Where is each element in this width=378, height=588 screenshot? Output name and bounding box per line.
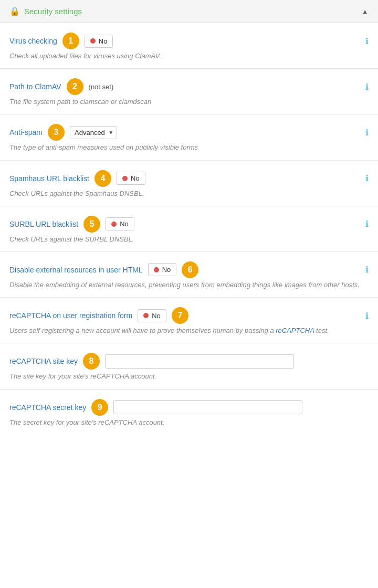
recaptcha-reg-toggle[interactable]: No	[138, 309, 166, 322]
spamhaus-toggle[interactable]: No	[117, 172, 145, 185]
recaptcha-secret-key-label: reCAPTCHA secret key	[9, 403, 86, 412]
step-badge-1: 1	[62, 33, 79, 49]
disable-external-label: Disable external resources in user HTML	[9, 266, 143, 274]
info-icon-6[interactable]: ℹ	[365, 265, 369, 275]
step-badge-8: 8	[83, 353, 100, 370]
path-clamav-label: Path to ClamAV	[9, 82, 61, 91]
info-icon-2[interactable]: ℹ	[365, 82, 369, 92]
info-icon-1[interactable]: ℹ	[365, 36, 369, 46]
anti-spam-label: Anti-spam	[9, 128, 43, 136]
recaptcha-link[interactable]: reCAPTCHA	[276, 327, 314, 334]
setting-virus-checking: Virus checking 1 No ℹ Check all uploaded…	[0, 23, 378, 69]
lock-icon: 🔒	[9, 6, 20, 16]
settings-list: Virus checking 1 No ℹ Check all uploaded…	[0, 23, 378, 435]
step-badge-4: 4	[94, 170, 111, 187]
path-clamav-description: The file system path to clamscan or clam…	[9, 97, 369, 107]
recaptcha-reg-description: Users self-registering a new account wil…	[9, 326, 369, 335]
toggle-label: No	[131, 174, 140, 182]
path-clamav-value: (not set)	[89, 83, 114, 91]
surbl-label: SURBL URL blacklist	[9, 220, 78, 228]
setting-spamhaus: Spamhaus URL blacklist 4 No ℹ Check URLs…	[0, 161, 378, 206]
toggle-dot	[90, 38, 96, 44]
step-badge-2: 2	[67, 78, 83, 95]
virus-checking-label: Virus checking	[9, 37, 57, 45]
toggle-dot	[143, 313, 149, 318]
disable-external-toggle[interactable]: No	[148, 263, 177, 276]
setting-recaptcha-site-key: reCAPTCHA site key 8 ℹ The site key for …	[0, 343, 378, 389]
step-badge-7: 7	[172, 307, 188, 324]
virus-checking-toggle[interactable]: No	[85, 35, 113, 48]
info-icon-3[interactable]: ℹ	[365, 128, 369, 138]
step-badge-3: 3	[48, 124, 65, 141]
toggle-dot	[154, 267, 159, 272]
chevron-up-icon[interactable]: ▲	[361, 7, 369, 16]
disable-external-description: Disable the embedding of external resour…	[9, 280, 369, 290]
info-icon-5[interactable]: ℹ	[365, 219, 369, 229]
setting-recaptcha-secret-key: reCAPTCHA secret key 9 ℹ The secret key …	[0, 390, 378, 435]
setting-anti-spam: Anti-spam 3 None Basic Advanced Honeypot…	[0, 114, 378, 160]
toggle-dot	[122, 176, 128, 181]
anti-spam-dropdown[interactable]: None Basic Advanced Honeypot	[70, 126, 117, 139]
security-settings-header: 🔒 Security settings ▲	[0, 0, 378, 23]
setting-path-clamav: Path to ClamAV 2 (not set) ℹ The file sy…	[0, 69, 378, 114]
page-title: Security settings	[24, 7, 82, 16]
setting-recaptcha-registration: reCAPTCHA on user registration form No 7…	[0, 298, 378, 343]
spamhaus-description: Check URLs against the Spamhaus DNSBL.	[9, 189, 369, 198]
setting-disable-external: Disable external resources in user HTML …	[0, 252, 378, 298]
spamhaus-label: Spamhaus URL blacklist	[9, 174, 89, 183]
info-icon-4[interactable]: ℹ	[365, 173, 369, 183]
surbl-description: Check URLs against the SURBL DNSBL.	[9, 235, 369, 244]
toggle-label: No	[120, 220, 129, 228]
recaptcha-site-key-description: The site key for your site's reCAPTCHA a…	[9, 372, 369, 381]
toggle-label: No	[152, 312, 161, 320]
step-badge-6: 6	[182, 261, 198, 278]
recaptcha-reg-label: reCAPTCHA on user registration form	[9, 311, 132, 320]
anti-spam-dropdown-wrapper: None Basic Advanced Honeypot	[70, 126, 117, 139]
toggle-dot	[111, 222, 117, 227]
toggle-label: No	[162, 266, 171, 274]
recaptcha-secret-key-description: The secret key for your site's reCAPTCHA…	[9, 418, 369, 427]
anti-spam-description: The type of anti-spam measures used on p…	[9, 143, 369, 152]
surbl-toggle[interactable]: No	[106, 217, 134, 230]
step-badge-5: 5	[83, 216, 100, 233]
setting-surbl: SURBL URL blacklist 5 No ℹ Check URLs ag…	[0, 206, 378, 252]
recaptcha-secret-key-input[interactable]	[113, 400, 302, 414]
recaptcha-site-key-input[interactable]	[105, 354, 294, 369]
recaptcha-site-key-label: reCAPTCHA site key	[9, 357, 78, 365]
toggle-label: No	[99, 37, 108, 45]
step-badge-9: 9	[91, 399, 108, 416]
virus-checking-description: Check all uploaded files for viruses usi…	[9, 51, 369, 61]
info-icon-7[interactable]: ℹ	[365, 311, 369, 321]
